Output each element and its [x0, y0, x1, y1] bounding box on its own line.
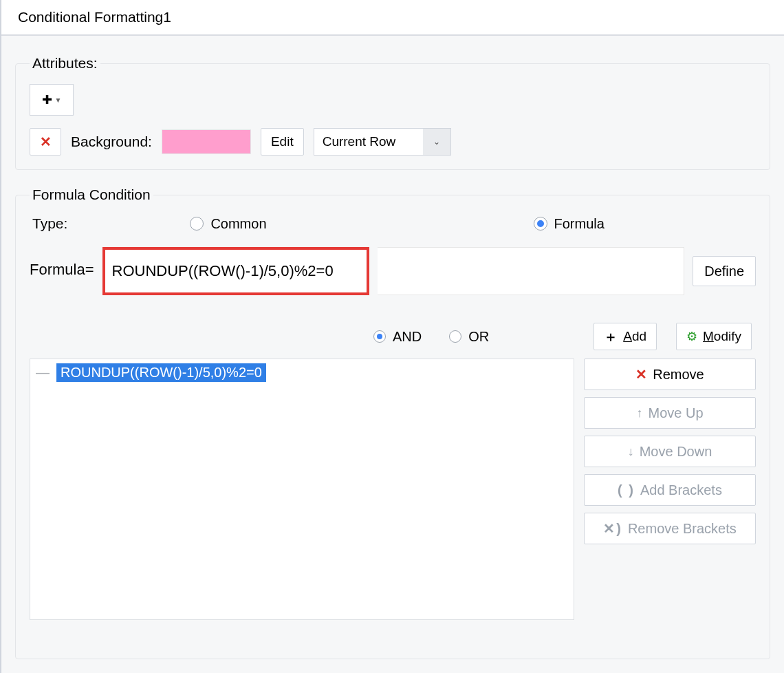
formula-highlight-box: ROUNDUP((ROW()-1)/5,0)%2=0: [102, 247, 369, 295]
type-label: Type:: [32, 215, 67, 232]
formula-list[interactable]: — ROUNDUP((ROW()-1)/5,0)%2=0: [30, 359, 574, 620]
logic-or-label: OR: [468, 329, 489, 345]
list-item[interactable]: — ROUNDUP((ROW()-1)/5,0)%2=0: [36, 363, 568, 382]
add-brackets-button[interactable]: ( ) Add Brackets: [584, 474, 756, 506]
formula-value-text: ROUNDUP((ROW()-1)/5,0)%2=0: [112, 262, 334, 280]
add-condition-button[interactable]: ＋ Add: [594, 323, 657, 350]
dropdown-caret-icon: ▼: [55, 96, 62, 104]
remove-brackets-icon: ✕): [603, 520, 622, 537]
radio-icon: [534, 217, 547, 231]
remove-button[interactable]: ✕ Remove: [584, 359, 756, 390]
move-down-label: Move Down: [640, 444, 712, 460]
arrow-up-icon: ↑: [636, 406, 642, 420]
radio-icon: [449, 330, 461, 343]
brackets-icon: ( ): [618, 482, 635, 498]
edit-label: Edit: [271, 134, 294, 149]
remove-brackets-label: Remove Brackets: [628, 521, 737, 537]
remove-label: Remove: [653, 367, 704, 383]
x-icon: ✕: [635, 367, 647, 381]
add-attribute-button[interactable]: ▼: [30, 84, 74, 116]
dialog-title: Conditional Formatting1: [18, 9, 171, 25]
arrow-down-icon: ↓: [628, 445, 634, 459]
type-radio-formula[interactable]: Formula: [534, 216, 605, 232]
background-color-swatch[interactable]: [162, 129, 251, 154]
gear-icon: ⚙: [686, 329, 697, 344]
modify-condition-button[interactable]: ⚙ Modify: [676, 323, 752, 350]
logic-and-label: AND: [393, 329, 422, 345]
logic-radio-or[interactable]: OR: [449, 329, 489, 345]
chevron-down-icon: ⌄: [423, 129, 450, 155]
move-up-label: Move Up: [648, 405, 703, 421]
radio-icon: [190, 217, 204, 231]
background-label: Background:: [71, 133, 152, 150]
formula-input-extension[interactable]: [378, 247, 685, 295]
move-down-button[interactable]: ↓ Move Down: [584, 436, 756, 467]
scope-selected-value: Current Row: [323, 134, 424, 149]
formula-condition-fieldset: Formula Condition Type: Common Formula F…: [15, 186, 770, 659]
define-button[interactable]: Define: [693, 256, 756, 286]
attributes-legend: Attributes:: [30, 55, 100, 72]
list-item-text: ROUNDUP((ROW()-1)/5,0)%2=0: [56, 363, 266, 382]
formula-equals-label: Formula=: [30, 247, 94, 279]
add-brackets-label: Add Brackets: [640, 482, 722, 498]
type-formula-label: Formula: [554, 216, 605, 232]
formula-condition-legend: Formula Condition: [30, 186, 153, 203]
move-up-button[interactable]: ↑ Move Up: [584, 397, 756, 429]
edit-color-button[interactable]: Edit: [261, 128, 304, 156]
plus-icon: ＋: [604, 328, 618, 346]
remove-attribute-button[interactable]: ✕: [30, 128, 61, 156]
attributes-fieldset: Attributes: ▼ ✕ Background: Edit Current…: [15, 55, 770, 170]
modify-label: Modify: [703, 329, 741, 344]
type-radio-common[interactable]: Common: [190, 216, 266, 232]
logic-radio-and[interactable]: AND: [373, 329, 422, 345]
plus-icon: [42, 92, 52, 107]
define-label: Define: [704, 264, 744, 279]
radio-icon: [373, 330, 386, 343]
add-label: Add: [623, 329, 646, 344]
remove-brackets-button[interactable]: ✕) Remove Brackets: [584, 513, 756, 544]
type-common-label: Common: [210, 216, 266, 232]
scope-select[interactable]: Current Row ⌄: [314, 128, 452, 156]
formula-input[interactable]: ROUNDUP((ROW()-1)/5,0)%2=0: [105, 250, 367, 292]
tree-dash-icon: —: [36, 365, 50, 381]
x-icon: ✕: [40, 135, 52, 149]
